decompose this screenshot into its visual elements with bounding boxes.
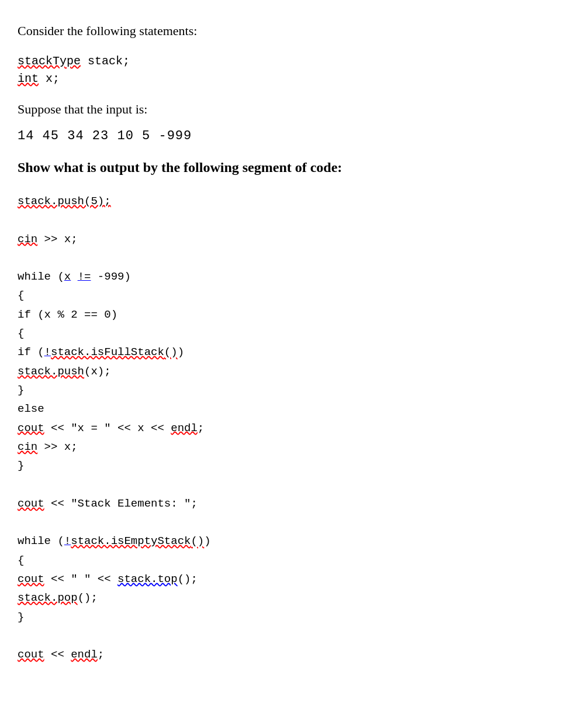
code-line-if2: if (!stack.isFullStack()) xyxy=(18,343,565,362)
code-line-while1: while (x != -999) xyxy=(18,267,565,286)
else-indent: else xyxy=(18,402,44,415)
neq-op: != xyxy=(78,270,91,283)
stack-push5-underline: stack.push(5); xyxy=(18,195,111,208)
cout1-keyword: cout xyxy=(18,422,44,435)
intro-text: Consider the following statements: xyxy=(18,23,565,39)
endl2-keyword: endl xyxy=(71,648,98,661)
while-cond-end: -999) xyxy=(91,270,130,283)
stack-isfull-paren: () xyxy=(164,346,178,359)
cout3-rest: << " " << xyxy=(44,573,117,586)
while2-start: while ( xyxy=(18,535,64,548)
code-line-cout3: cout << " " << stack.top(); xyxy=(18,570,565,588)
show-heading: Show what is output by the following seg… xyxy=(18,160,565,175)
declarations-block: stackType stack; int x; xyxy=(18,53,565,88)
stack-pop-underline: stack.pop xyxy=(18,591,78,604)
code-line-blank-3 xyxy=(18,475,565,494)
cin-rest-1: >> x; xyxy=(37,233,77,246)
while-cond-rest xyxy=(71,270,77,283)
cin-keyword-1: cin xyxy=(18,233,37,246)
code-line-brace-open3: { xyxy=(18,551,565,570)
code-line-push-x: stack.push(x); xyxy=(18,362,565,381)
code-line-cout1: cout << "x = " << x << endl; xyxy=(18,419,565,438)
x-var-while: x xyxy=(64,270,71,283)
code-line-while2: while (!stack.isEmptyStack()) xyxy=(18,532,565,550)
code-line-cout2: cout << "Stack Elements: "; xyxy=(18,494,565,513)
code-line-brace-close4: } xyxy=(18,608,565,626)
code-line-brace-open2: { xyxy=(18,324,565,343)
brace-indent1: { xyxy=(18,327,24,340)
cout1-rest: << "x = " << x << xyxy=(44,422,171,435)
while2-close: ) xyxy=(204,535,210,548)
stacktype-keyword: stackType xyxy=(18,54,81,68)
brace-close-indent1: } xyxy=(18,384,24,397)
if2-indent: if ( xyxy=(18,346,44,359)
cout3-keyword: cout xyxy=(18,573,44,586)
cout4-keyword: cout xyxy=(18,648,44,661)
code-line-brace-close2: } xyxy=(18,381,565,400)
stack-pushx-underline: stack.push xyxy=(18,365,84,378)
code-segment: stack.push(5); cin >> x; while (x != -99… xyxy=(18,192,565,664)
suppose-text: Suppose that the input is: xyxy=(18,102,565,117)
code-line-blank-4 xyxy=(18,513,565,532)
code-line-blank-5 xyxy=(18,626,565,645)
stack-isfull-underline: stack.isFullStack xyxy=(51,346,164,359)
code-line-cin1: cin >> x; xyxy=(18,230,565,249)
cout2-rest: << "Stack Elements: "; xyxy=(44,497,198,510)
cout1-semi: ; xyxy=(198,422,204,435)
cin2-rest: >> x; xyxy=(37,440,77,453)
declaration-rest1: stack; xyxy=(81,54,130,68)
declaration-line1: stackType stack; xyxy=(18,53,565,70)
code-line-cout4: cout << endl; xyxy=(18,645,565,664)
declaration-line2: int x; xyxy=(18,70,565,88)
cout4-rest: << xyxy=(44,648,71,661)
code-line-1: stack.push(5); xyxy=(18,192,565,211)
code-line-if1: if (x % 2 == 0) xyxy=(18,305,565,324)
pop-paren: (); xyxy=(78,591,98,604)
stack-top-underline: stack.top xyxy=(117,573,178,586)
cout2-keyword: cout xyxy=(18,497,44,510)
pushx-rest: (x); xyxy=(84,365,111,378)
stack-isempty-underline: stack.isEmptyStack xyxy=(71,535,191,548)
int-keyword: int xyxy=(18,72,39,85)
code-line-blank-2 xyxy=(18,249,565,267)
code-line-blank-1 xyxy=(18,211,565,229)
endl1-keyword: endl xyxy=(171,422,198,435)
while-keyword-1: while ( xyxy=(18,270,64,283)
code-line-else: else xyxy=(18,400,565,418)
code-line-cin2: cin >> x; xyxy=(18,438,565,456)
stack-isempty-paren: () xyxy=(191,535,204,548)
cout3-paren: (); xyxy=(178,573,198,586)
if2-close: ) xyxy=(178,346,184,359)
cout4-semi: ; xyxy=(98,648,104,661)
not-op: ! xyxy=(44,346,51,359)
not-op2: ! xyxy=(64,535,71,548)
cin2-keyword: cin xyxy=(18,440,37,453)
input-values: 14 45 34 23 10 5 -999 xyxy=(18,129,565,143)
code-line-pop: stack.pop(); xyxy=(18,588,565,607)
if-indent1: if (x % 2 == 0) xyxy=(18,308,117,321)
declaration-rest2: x; xyxy=(39,72,60,85)
code-line-brace-open1: { xyxy=(18,286,565,305)
code-line-brace-close3: } xyxy=(18,456,565,475)
